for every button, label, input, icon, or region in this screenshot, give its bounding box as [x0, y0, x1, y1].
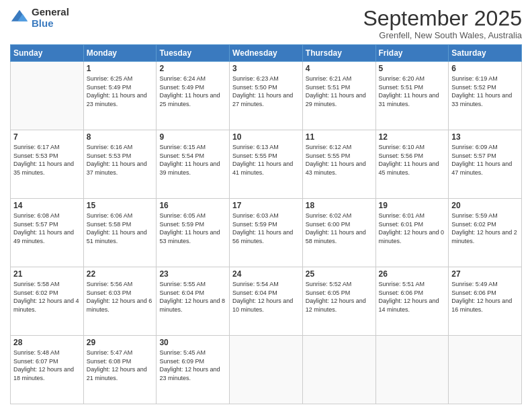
day-info: Sunrise: 6:16 AM Sunset: 5:53 PM Dayligh…	[87, 143, 154, 177]
day-info: Sunrise: 6:19 AM Sunset: 5:52 PM Dayligh…	[451, 75, 519, 108]
day-number: 2	[159, 64, 226, 73]
day-info: Sunrise: 5:47 AM Sunset: 6:08 PM Dayligh…	[87, 349, 154, 382]
day-info: Sunrise: 6:03 AM Sunset: 5:59 PM Dayligh…	[232, 212, 300, 245]
calendar-table: Sunday Monday Tuesday Wednesday Thursday…	[10, 44, 522, 404]
calendar-cell: 22Sunrise: 5:56 AM Sunset: 6:03 PM Dayli…	[83, 267, 157, 336]
day-number: 20	[451, 201, 519, 210]
day-number: 8	[87, 132, 154, 142]
day-info: Sunrise: 6:08 AM Sunset: 5:57 PM Dayligh…	[13, 212, 81, 245]
day-number: 21	[13, 269, 81, 279]
calendar-cell: 12Sunrise: 6:10 AM Sunset: 5:56 PM Dayli…	[375, 130, 449, 199]
month-title: September 2025	[363, 7, 522, 30]
day-info: Sunrise: 5:48 AM Sunset: 6:07 PM Dayligh…	[13, 349, 81, 382]
calendar-cell: 20Sunrise: 5:59 AM Sunset: 6:02 PM Dayli…	[449, 199, 522, 267]
day-number: 27	[451, 269, 519, 279]
day-info: Sunrise: 6:01 AM Sunset: 6:01 PM Dayligh…	[379, 212, 446, 245]
day-number: 9	[159, 132, 226, 142]
day-number: 10	[232, 132, 300, 142]
day-info: Sunrise: 5:49 AM Sunset: 6:06 PM Dayligh…	[451, 280, 519, 314]
calendar-cell: 5Sunrise: 6:20 AM Sunset: 5:51 PM Daylig…	[375, 62, 449, 130]
day-info: Sunrise: 6:24 AM Sunset: 5:49 PM Dayligh…	[159, 75, 226, 108]
day-info: Sunrise: 6:17 AM Sunset: 5:53 PM Dayligh…	[13, 143, 81, 177]
day-number: 6	[451, 64, 519, 73]
calendar-cell: 26Sunrise: 5:51 AM Sunset: 6:06 PM Dayli…	[375, 267, 449, 336]
header: General Blue September 2025 Grenfell, Ne…	[10, 7, 522, 40]
day-info: Sunrise: 6:02 AM Sunset: 6:00 PM Dayligh…	[306, 212, 373, 245]
day-number: 18	[306, 201, 373, 210]
calendar-week-3: 14Sunrise: 6:08 AM Sunset: 5:57 PM Dayli…	[11, 199, 522, 267]
day-info: Sunrise: 6:09 AM Sunset: 5:57 PM Dayligh…	[451, 143, 519, 177]
calendar-cell: 15Sunrise: 6:06 AM Sunset: 5:58 PM Dayli…	[83, 199, 157, 267]
calendar-cell: 4Sunrise: 6:21 AM Sunset: 5:51 PM Daylig…	[302, 62, 375, 130]
day-number: 30	[159, 338, 226, 347]
day-info: Sunrise: 5:51 AM Sunset: 6:06 PM Dayligh…	[379, 280, 446, 314]
day-number: 4	[306, 64, 373, 73]
logo: General Blue	[10, 7, 69, 29]
day-info: Sunrise: 5:58 AM Sunset: 6:02 PM Dayligh…	[13, 280, 81, 314]
day-info: Sunrise: 6:20 AM Sunset: 5:51 PM Dayligh…	[379, 75, 446, 108]
day-info: Sunrise: 6:21 AM Sunset: 5:51 PM Dayligh…	[306, 75, 373, 108]
calendar-cell: 19Sunrise: 6:01 AM Sunset: 6:01 PM Dayli…	[375, 199, 449, 267]
calendar-cell	[375, 336, 449, 404]
day-info: Sunrise: 5:45 AM Sunset: 6:09 PM Dayligh…	[159, 349, 226, 382]
calendar-cell: 1Sunrise: 6:25 AM Sunset: 5:49 PM Daylig…	[83, 62, 157, 130]
day-number: 24	[232, 269, 300, 279]
calendar-cell: 17Sunrise: 6:03 AM Sunset: 5:59 PM Dayli…	[230, 199, 303, 267]
calendar-cell: 10Sunrise: 6:13 AM Sunset: 5:55 PM Dayli…	[230, 130, 303, 199]
calendar-cell: 16Sunrise: 6:05 AM Sunset: 5:59 PM Dayli…	[157, 199, 230, 267]
day-info: Sunrise: 5:54 AM Sunset: 6:04 PM Dayligh…	[232, 280, 300, 314]
col-tuesday: Tuesday	[157, 45, 230, 62]
day-number: 26	[379, 269, 446, 279]
col-monday: Monday	[83, 45, 157, 62]
calendar-header-row: Sunday Monday Tuesday Wednesday Thursday…	[11, 45, 522, 62]
day-info: Sunrise: 5:55 AM Sunset: 6:04 PM Dayligh…	[159, 280, 226, 314]
calendar-cell	[449, 336, 522, 404]
calendar-cell: 9Sunrise: 6:15 AM Sunset: 5:54 PM Daylig…	[157, 130, 230, 199]
col-wednesday: Wednesday	[230, 45, 303, 62]
page: General Blue September 2025 Grenfell, Ne…	[0, 0, 532, 411]
day-number: 16	[159, 201, 226, 210]
calendar-cell: 7Sunrise: 6:17 AM Sunset: 5:53 PM Daylig…	[11, 130, 84, 199]
calendar-cell: 29Sunrise: 5:47 AM Sunset: 6:08 PM Dayli…	[83, 336, 157, 404]
day-number: 29	[87, 338, 154, 347]
col-thursday: Thursday	[302, 45, 375, 62]
day-info: Sunrise: 6:10 AM Sunset: 5:56 PM Dayligh…	[379, 143, 446, 177]
day-number: 1	[87, 64, 154, 73]
calendar-cell: 23Sunrise: 5:55 AM Sunset: 6:04 PM Dayli…	[157, 267, 230, 336]
calendar-cell: 28Sunrise: 5:48 AM Sunset: 6:07 PM Dayli…	[11, 336, 84, 404]
day-number: 17	[232, 201, 300, 210]
col-saturday: Saturday	[449, 45, 522, 62]
calendar-cell: 14Sunrise: 6:08 AM Sunset: 5:57 PM Dayli…	[11, 199, 84, 267]
logo-general-text: General	[32, 7, 69, 18]
day-number: 14	[13, 201, 81, 210]
day-info: Sunrise: 5:52 AM Sunset: 6:05 PM Dayligh…	[306, 280, 373, 314]
calendar-cell: 6Sunrise: 6:19 AM Sunset: 5:52 PM Daylig…	[449, 62, 522, 130]
calendar-week-1: 1Sunrise: 6:25 AM Sunset: 5:49 PM Daylig…	[11, 62, 522, 130]
day-info: Sunrise: 6:23 AM Sunset: 5:50 PM Dayligh…	[232, 75, 300, 108]
day-info: Sunrise: 5:56 AM Sunset: 6:03 PM Dayligh…	[87, 280, 154, 314]
calendar-cell: 30Sunrise: 5:45 AM Sunset: 6:09 PM Dayli…	[157, 336, 230, 404]
calendar-cell: 25Sunrise: 5:52 AM Sunset: 6:05 PM Dayli…	[302, 267, 375, 336]
day-info: Sunrise: 6:15 AM Sunset: 5:54 PM Dayligh…	[159, 143, 226, 177]
calendar-cell: 18Sunrise: 6:02 AM Sunset: 6:00 PM Dayli…	[302, 199, 375, 267]
day-number: 22	[87, 269, 154, 279]
day-number: 28	[13, 338, 81, 347]
day-info: Sunrise: 6:12 AM Sunset: 5:55 PM Dayligh…	[306, 143, 373, 177]
day-info: Sunrise: 5:59 AM Sunset: 6:02 PM Dayligh…	[451, 212, 519, 245]
calendar-week-5: 28Sunrise: 5:48 AM Sunset: 6:07 PM Dayli…	[11, 336, 522, 404]
day-number: 7	[13, 132, 81, 142]
logo-icon	[10, 9, 29, 28]
day-info: Sunrise: 6:05 AM Sunset: 5:59 PM Dayligh…	[159, 212, 226, 245]
day-number: 11	[306, 132, 373, 142]
day-number: 3	[232, 64, 300, 73]
calendar-cell: 3Sunrise: 6:23 AM Sunset: 5:50 PM Daylig…	[230, 62, 303, 130]
calendar-cell: 13Sunrise: 6:09 AM Sunset: 5:57 PM Dayli…	[449, 130, 522, 199]
day-number: 23	[159, 269, 226, 279]
calendar-week-4: 21Sunrise: 5:58 AM Sunset: 6:02 PM Dayli…	[11, 267, 522, 336]
calendar-cell	[302, 336, 375, 404]
day-info: Sunrise: 6:13 AM Sunset: 5:55 PM Dayligh…	[232, 143, 300, 177]
col-sunday: Sunday	[11, 45, 84, 62]
day-number: 15	[87, 201, 154, 210]
calendar-cell	[230, 336, 303, 404]
day-number: 5	[379, 64, 446, 73]
